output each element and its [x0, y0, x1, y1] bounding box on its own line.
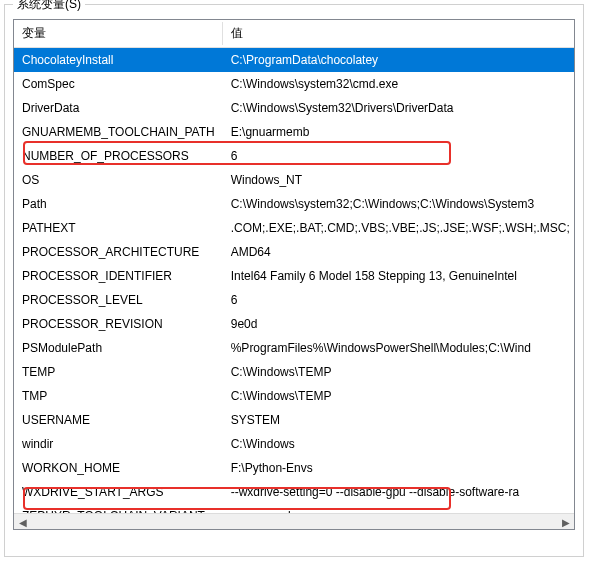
cell-var-value: gnuarmemb: [223, 504, 574, 513]
cell-var-name: ChocolateyInstall: [14, 48, 223, 73]
table-row[interactable]: WXDRIVE_START_ARGS--wxdrive-setting=0 --…: [14, 480, 574, 504]
table-row[interactable]: USERNAMESYSTEM: [14, 408, 574, 432]
cell-var-value: .COM;.EXE;.BAT;.CMD;.VBS;.VBE;.JS;.JSE;.…: [223, 216, 574, 240]
cell-var-value: C:\Windows\system32\cmd.exe: [223, 72, 574, 96]
cell-var-value: 9e0d: [223, 312, 574, 336]
cell-var-name: DriverData: [14, 96, 223, 120]
table-row[interactable]: PROCESSOR_REVISION9e0d: [14, 312, 574, 336]
cell-var-name: PROCESSOR_LEVEL: [14, 288, 223, 312]
cell-var-value: C:\Windows\System32\Drivers\DriverData: [223, 96, 574, 120]
column-header-value[interactable]: 值: [223, 20, 574, 48]
cell-var-name: USERNAME: [14, 408, 223, 432]
cell-var-value: F:\Python-Envs: [223, 456, 574, 480]
cell-var-value: SYSTEM: [223, 408, 574, 432]
table-row[interactable]: NUMBER_OF_PROCESSORS6: [14, 144, 574, 168]
cell-var-name: NUMBER_OF_PROCESSORS: [14, 144, 223, 168]
table-row[interactable]: GNUARMEMB_TOOLCHAIN_PATHE:\gnuarmemb: [14, 120, 574, 144]
group-label: 系统变量(S): [13, 0, 85, 13]
cell-var-value: Windows_NT: [223, 168, 574, 192]
table-row[interactable]: ChocolateyInstallC:\ProgramData\chocolat…: [14, 48, 574, 73]
cell-var-name: ComSpec: [14, 72, 223, 96]
cell-var-value: --wxdrive-setting=0 --disable-gpu --disa…: [223, 480, 574, 504]
cell-var-value: C:\Windows\TEMP: [223, 360, 574, 384]
table-row[interactable]: ComSpecC:\Windows\system32\cmd.exe: [14, 72, 574, 96]
cell-var-name: PATHEXT: [14, 216, 223, 240]
table-row[interactable]: WORKON_HOMEF:\Python-Envs: [14, 456, 574, 480]
table-header-row: 变量 值: [14, 20, 574, 48]
env-var-table-container: 变量 值 ChocolateyInstallC:\ProgramData\cho…: [13, 19, 575, 530]
cell-var-value: Intel64 Family 6 Model 158 Stepping 13, …: [223, 264, 574, 288]
cell-var-value: C:\ProgramData\chocolatey: [223, 48, 574, 73]
cell-var-value: C:\Windows\TEMP: [223, 384, 574, 408]
table-row[interactable]: PathC:\Windows\system32;C:\Windows;C:\Wi…: [14, 192, 574, 216]
table-row[interactable]: PROCESSOR_IDENTIFIERIntel64 Family 6 Mod…: [14, 264, 574, 288]
cell-var-name: Path: [14, 192, 223, 216]
column-header-name[interactable]: 变量: [14, 20, 223, 48]
cell-var-name: windir: [14, 432, 223, 456]
cell-var-name: ZEPHYR_TOOLCHAIN_VARIANT: [14, 504, 223, 513]
system-variables-group: 系统变量(S) 变量 值 ChocolateyInstallC:\Program…: [4, 4, 584, 557]
cell-var-name: WXDRIVE_START_ARGS: [14, 480, 223, 504]
table-row[interactable]: DriverDataC:\Windows\System32\Drivers\Dr…: [14, 96, 574, 120]
cell-var-value: AMD64: [223, 240, 574, 264]
table-row[interactable]: PROCESSOR_LEVEL6: [14, 288, 574, 312]
horizontal-scrollbar[interactable]: ◀ ▶: [14, 513, 574, 530]
scroll-right-button[interactable]: ▶: [557, 514, 574, 530]
table-row[interactable]: TEMPC:\Windows\TEMP: [14, 360, 574, 384]
cell-var-value: %ProgramFiles%\WindowsPowerShell\Modules…: [223, 336, 574, 360]
cell-var-name: PROCESSOR_IDENTIFIER: [14, 264, 223, 288]
cell-var-name: TMP: [14, 384, 223, 408]
table-row[interactable]: TMPC:\Windows\TEMP: [14, 384, 574, 408]
cell-var-value: 6: [223, 288, 574, 312]
table-row[interactable]: PATHEXT.COM;.EXE;.BAT;.CMD;.VBS;.VBE;.JS…: [14, 216, 574, 240]
cell-var-value: C:\Windows\system32;C:\Windows;C:\Window…: [223, 192, 574, 216]
table-row[interactable]: PROCESSOR_ARCHITECTUREAMD64: [14, 240, 574, 264]
table-row[interactable]: windirC:\Windows: [14, 432, 574, 456]
cell-var-name: WORKON_HOME: [14, 456, 223, 480]
env-var-table[interactable]: 变量 值 ChocolateyInstallC:\ProgramData\cho…: [14, 20, 574, 513]
cell-var-name: PROCESSOR_ARCHITECTURE: [14, 240, 223, 264]
table-row[interactable]: PSModulePath%ProgramFiles%\WindowsPowerS…: [14, 336, 574, 360]
table-scroll-area[interactable]: 变量 值 ChocolateyInstallC:\ProgramData\cho…: [14, 20, 574, 513]
cell-var-name: TEMP: [14, 360, 223, 384]
cell-var-value: 6: [223, 144, 574, 168]
table-row[interactable]: ZEPHYR_TOOLCHAIN_VARIANTgnuarmemb: [14, 504, 574, 513]
scroll-left-button[interactable]: ◀: [14, 514, 31, 530]
cell-var-value: E:\gnuarmemb: [223, 120, 574, 144]
cell-var-name: PROCESSOR_REVISION: [14, 312, 223, 336]
cell-var-name: OS: [14, 168, 223, 192]
table-row[interactable]: OSWindows_NT: [14, 168, 574, 192]
cell-var-name: PSModulePath: [14, 336, 223, 360]
cell-var-value: C:\Windows: [223, 432, 574, 456]
cell-var-name: GNUARMEMB_TOOLCHAIN_PATH: [14, 120, 223, 144]
